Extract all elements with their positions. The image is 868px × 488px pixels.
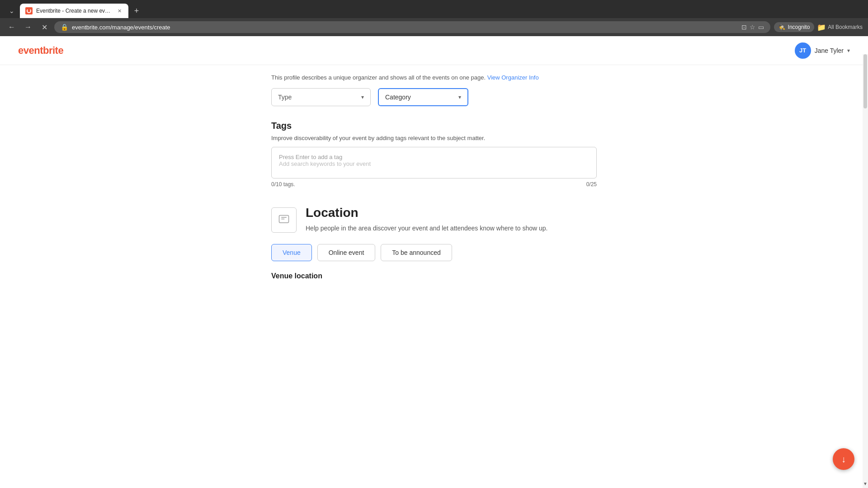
scrollbar-thumb[interactable] (863, 54, 867, 108)
category-dropdown[interactable]: Category ▾ (378, 88, 468, 106)
location-icon (271, 207, 297, 233)
location-section: Location Help people in the area discove… (271, 206, 597, 280)
tags-title: Tags (271, 121, 597, 131)
location-type-buttons: Venue Online event To be announced (271, 244, 597, 261)
bookmarks-folder-icon: 📁 (817, 23, 826, 32)
eventbrite-logo: eventbrite (18, 45, 63, 56)
star-icon[interactable]: ☆ (750, 23, 755, 31)
incognito-label: Incognito (788, 24, 810, 30)
forward-button[interactable]: → (22, 21, 34, 33)
scrollbar[interactable]: ▲ ▼ (863, 54, 868, 470)
dropdowns-row: Type ▾ Category ▾ (271, 88, 597, 106)
type-label: Type (278, 94, 292, 101)
active-tab[interactable]: Eventbrite - Create a new ever... ✕ (20, 4, 128, 18)
user-chevron-icon: ▾ (847, 47, 850, 54)
location-description: Help people in the area discover your ev… (306, 224, 547, 233)
online-event-button[interactable]: Online event (317, 244, 376, 261)
tags-description: Improve discoverability of your event by… (271, 135, 597, 141)
tab-expand-icon[interactable]: ⌄ (5, 5, 18, 17)
toolbar-right: 🕵 Incognito 📁 All Bookmarks (774, 22, 863, 32)
back-button[interactable]: ← (5, 21, 18, 33)
main-content: This profile describes a unique organize… (253, 65, 615, 280)
tags-placeholder-2: Add search keywords to your event (279, 160, 589, 167)
page-content: eventbrite JT Jane Tyler ▾ This profile … (0, 36, 868, 470)
browser-toolbar: ← → ✕ 🔒 eventbrite.com/manage/events/cre… (0, 18, 868, 36)
location-text-block: Location Help people in the area discove… (306, 206, 547, 233)
tab-title: Eventbrite - Create a new ever... (36, 8, 112, 14)
section-top: This profile describes a unique organize… (271, 65, 597, 188)
type-dropdown[interactable]: Type ▾ (271, 88, 371, 106)
tags-meta: 0/10 tags. 0/25 (271, 181, 597, 188)
tags-count: 0/10 tags. (271, 181, 295, 188)
tags-placeholder-1: Press Enter to add a tag (279, 154, 589, 160)
address-bar[interactable]: 🔒 eventbrite.com/manage/events/create ⊡ … (54, 21, 770, 33)
reload-button[interactable]: ✕ (38, 21, 51, 33)
sidebar-icon[interactable]: ▭ (758, 23, 764, 31)
address-icons: ⊡ ☆ ▭ (741, 23, 764, 31)
user-avatar: JT (795, 42, 811, 59)
incognito-icon: 🕵 (778, 24, 785, 30)
tags-char-count: 0/25 (586, 181, 597, 188)
to-be-announced-button[interactable]: To be announced (381, 244, 452, 261)
type-chevron-icon: ▾ (361, 94, 364, 100)
scroll-down-fab[interactable]: ↓ (833, 448, 854, 470)
view-organizer-link[interactable]: View Organizer Info (487, 74, 539, 81)
venue-button[interactable]: Venue (271, 244, 312, 261)
eventbrite-header: eventbrite JT Jane Tyler ▾ (0, 36, 868, 65)
profile-info-text: This profile describes a unique organize… (271, 74, 486, 81)
venue-location-label: Venue location (271, 272, 597, 280)
tags-section: Tags Improve discoverability of your eve… (271, 121, 597, 188)
new-tab-button[interactable]: + (130, 5, 143, 17)
user-menu[interactable]: JT Jane Tyler ▾ (795, 42, 850, 59)
browser-chrome: ⌄ Eventbrite - Create a new ever... ✕ + … (0, 0, 868, 36)
tab-bar: ⌄ Eventbrite - Create a new ever... ✕ + (0, 0, 868, 18)
location-header: Location Help people in the area discove… (271, 206, 597, 233)
tab-close-icon[interactable]: ✕ (116, 7, 123, 14)
url-display: eventbrite.com/manage/events/create (72, 24, 738, 31)
lock-icon: 🔒 (61, 23, 68, 31)
profile-info: This profile describes a unique organize… (271, 74, 597, 81)
category-chevron-icon: ▾ (458, 94, 461, 100)
cast-icon[interactable]: ⊡ (741, 23, 747, 31)
location-title: Location (306, 206, 547, 220)
category-label: Category (385, 94, 411, 101)
incognito-indicator: 🕵 Incognito (774, 22, 815, 32)
bookmarks-label: All Bookmarks (828, 24, 863, 30)
user-name: Jane Tyler (815, 47, 844, 54)
bookmarks-button[interactable]: 📁 All Bookmarks (817, 23, 863, 32)
tags-input[interactable]: Press Enter to add a tag Add search keyw… (271, 147, 597, 178)
